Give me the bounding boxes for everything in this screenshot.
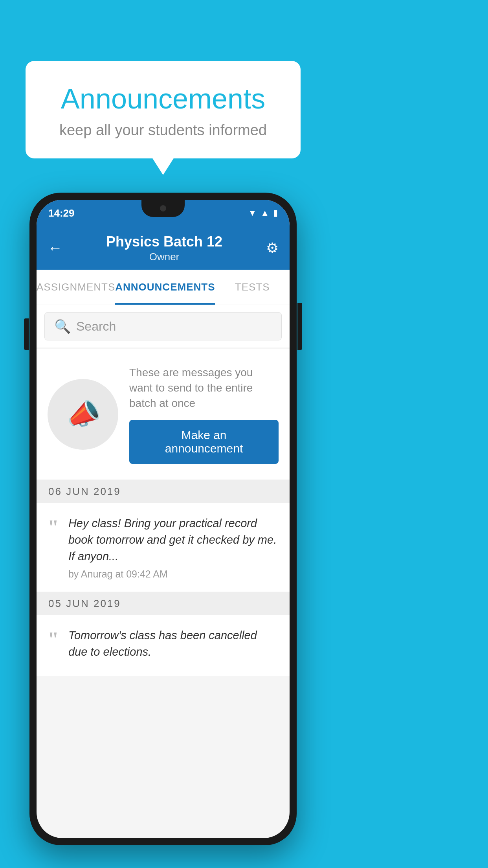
tab-assignments[interactable]: ASSIGNMENTS (37, 270, 115, 305)
tabs-bar: ASSIGNMENTS ANNOUNCEMENTS TESTS (37, 270, 290, 305)
bubble-title: Announcements (49, 83, 277, 115)
settings-icon[interactable]: ⚙ (266, 240, 279, 256)
signal-icon: ▲ (261, 208, 269, 218)
search-icon: 🔍 (54, 318, 71, 334)
back-button[interactable]: ← (48, 240, 62, 257)
app-bar-center: Physics Batch 12 Owner (62, 234, 266, 263)
speech-bubble-container: Announcements keep all your students inf… (26, 61, 301, 158)
tab-announcements[interactable]: ANNOUNCEMENTS (115, 270, 215, 305)
make-announcement-button[interactable]: Make an announcement (129, 420, 279, 464)
app-bar-subtitle: Owner (62, 251, 266, 263)
announcement-icon-circle: 📣 (48, 379, 118, 450)
announcement-description: These are messages you want to send to t… (129, 365, 279, 411)
announcement-content-1: Hey class! Bring your practical record b… (68, 515, 279, 580)
quote-icon-1: " (48, 517, 59, 538)
date-separator-2: 05 JUN 2019 (37, 592, 290, 615)
announcement-item-2[interactable]: " Tomorrow's class has been cancelled du… (37, 615, 290, 676)
search-placeholder: Search (76, 319, 116, 334)
battery-icon: ▮ (273, 208, 278, 218)
quote-icon-2: " (48, 629, 59, 650)
phone-screen: 14:29 ▼ ▲ ▮ ← Physics Batch 12 Owner ⚙ (37, 200, 290, 838)
app-bar-title: Physics Batch 12 (62, 234, 266, 250)
announcement-item-1[interactable]: " Hey class! Bring your practical record… (37, 503, 290, 592)
announcement-placeholder-section: 📣 These are messages you want to send to… (37, 349, 290, 480)
status-icons: ▼ ▲ ▮ (248, 208, 278, 218)
bubble-subtitle: keep all your students informed (49, 122, 277, 139)
status-bar: 14:29 ▼ ▲ ▮ (37, 200, 290, 226)
wifi-icon: ▼ (248, 208, 257, 218)
search-bar[interactable]: 🔍 Search (44, 312, 282, 340)
speech-bubble: Announcements keep all your students inf… (26, 61, 301, 158)
date-separator-1: 06 JUN 2019 (37, 480, 290, 503)
phone-outer: 14:29 ▼ ▲ ▮ ← Physics Batch 12 Owner ⚙ (29, 193, 297, 845)
announcement-meta-1: by Anurag at 09:42 AM (68, 568, 279, 580)
tab-tests[interactable]: TESTS (215, 270, 290, 305)
announcement-right: These are messages you want to send to t… (129, 365, 279, 464)
camera-dot (160, 205, 166, 211)
announcement-text-2: Tomorrow's class has been cancelled due … (68, 627, 279, 660)
notch-cutout (141, 200, 185, 217)
search-container: 🔍 Search (37, 305, 290, 348)
megaphone-icon: 📣 (63, 395, 103, 433)
announcement-text-1: Hey class! Bring your practical record b… (68, 515, 279, 565)
phone-wrapper: 14:29 ▼ ▲ ▮ ← Physics Batch 12 Owner ⚙ (29, 193, 297, 845)
status-time: 14:29 (48, 207, 75, 219)
announcement-content-2: Tomorrow's class has been cancelled due … (68, 627, 279, 664)
app-bar: ← Physics Batch 12 Owner ⚙ (37, 226, 290, 270)
